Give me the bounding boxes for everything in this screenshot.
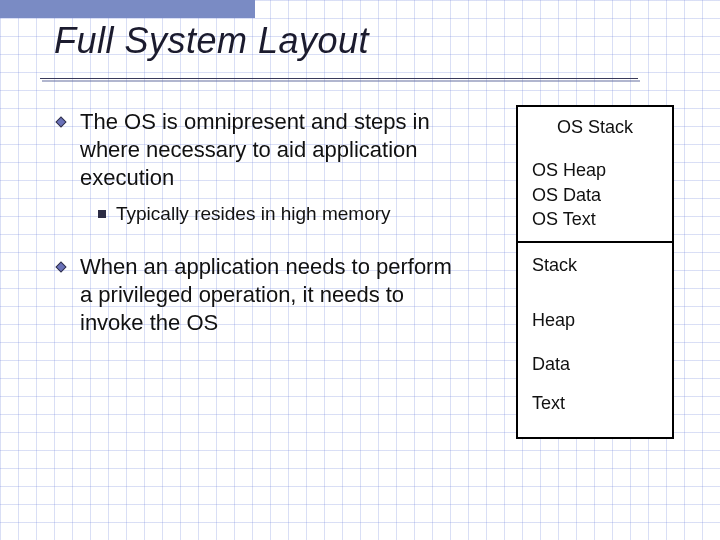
- segment-label: OS Data: [532, 183, 660, 207]
- segment-label: Data: [532, 352, 660, 376]
- sub-bullet-item: Typically resides in high memory: [98, 202, 469, 227]
- segment-label: Stack: [532, 253, 660, 277]
- decorative-top-bar: [0, 0, 255, 18]
- sub-bullet-text: Typically resides in high memory: [116, 203, 391, 224]
- slide: Full System Layout The OS is omnipresent…: [0, 0, 720, 540]
- square-bullet-icon: [98, 210, 106, 218]
- bullet-item: When an application needs to perform a p…: [54, 253, 469, 337]
- segment-label: OS Heap: [532, 158, 660, 182]
- diagram-segment-os-stack: OS Stack: [518, 107, 672, 153]
- segment-label: OS Text: [532, 207, 660, 231]
- bullet-text: The OS is omnipresent and steps in where…: [80, 109, 430, 190]
- diagram-segment-os-region: OS Heap OS Data OS Text: [518, 153, 672, 243]
- diagram-segment-data: Data: [518, 347, 672, 386]
- title-underline: [40, 78, 638, 80]
- memory-layout-diagram: OS Stack OS Heap OS Data OS Text Stack H…: [516, 105, 674, 439]
- svg-rect-0: [56, 117, 66, 127]
- bullet-text: When an application needs to perform a p…: [80, 254, 452, 335]
- segment-label: OS Stack: [530, 115, 660, 139]
- segment-label: Heap: [532, 308, 660, 332]
- diagram-segment-text: Text: [518, 386, 672, 437]
- diamond-bullet-icon: [54, 260, 68, 274]
- svg-rect-1: [56, 262, 66, 272]
- diagram-segment-stack: Stack: [518, 243, 672, 303]
- bullet-item: The OS is omnipresent and steps in where…: [54, 108, 469, 192]
- diagram-segment-heap: Heap: [518, 303, 672, 346]
- segment-label: Text: [532, 391, 660, 415]
- content-area: The OS is omnipresent and steps in where…: [54, 108, 469, 348]
- diamond-bullet-icon: [54, 115, 68, 129]
- slide-title: Full System Layout: [54, 20, 369, 62]
